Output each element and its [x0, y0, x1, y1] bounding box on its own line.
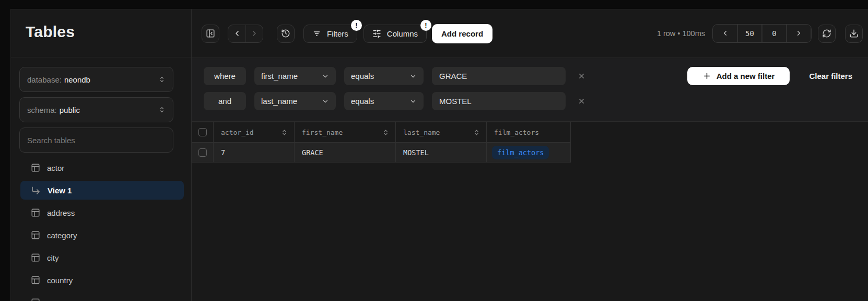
- download-icon: [849, 29, 859, 38]
- sidebar-item-partial[interactable]: [20, 293, 184, 301]
- column-header-label: actor_id: [221, 129, 254, 136]
- sidebar-controls: database: neondb schema: public: [19, 67, 173, 153]
- schema-selector-value: public: [60, 106, 80, 114]
- filter-conjunction: where: [204, 67, 246, 85]
- sidebar-item-label: city: [47, 253, 59, 262]
- filter-operator-select[interactable]: equals: [344, 67, 424, 85]
- schema-selector[interactable]: schema: public: [19, 97, 173, 122]
- sidebar-item-city[interactable]: city: [20, 248, 184, 267]
- chevron-down-icon: [322, 73, 329, 80]
- database-selector-label: database:: [27, 75, 62, 84]
- filter-operator-value: equals: [351, 97, 374, 106]
- page-size-value: 50: [745, 29, 754, 38]
- sidebar-item-label: country: [47, 276, 73, 285]
- chevron-down-icon: [409, 73, 417, 80]
- page-size-field[interactable]: 50: [737, 25, 762, 42]
- sidebar-divider: [11, 57, 191, 57]
- page-offset-field[interactable]: 0: [762, 25, 787, 42]
- row-select-cell: [192, 143, 214, 163]
- chevron-right-icon: [250, 29, 259, 38]
- chevron-down-icon: [409, 98, 417, 105]
- columns-alert-badge: !: [420, 20, 431, 31]
- cell-actor-id[interactable]: 7: [214, 143, 295, 163]
- columns-button-label: Columns: [387, 29, 418, 38]
- column-header-first-name[interactable]: first_name: [295, 122, 396, 143]
- history-nav-group: [228, 25, 263, 43]
- refresh-button[interactable]: [818, 25, 836, 43]
- film-actors-link[interactable]: film_actors: [492, 146, 549, 159]
- table-icon: [31, 253, 40, 262]
- refresh-icon: [822, 29, 831, 38]
- filter-value-input[interactable]: [432, 67, 566, 85]
- filters-button[interactable]: Filters !: [303, 25, 357, 43]
- column-header-last-name[interactable]: last_name: [396, 122, 487, 143]
- unfold-icon: [158, 76, 166, 83]
- chevron-down-icon: [322, 98, 329, 105]
- database-selector[interactable]: database: neondb: [19, 67, 173, 92]
- columns-button[interactable]: Columns !: [363, 25, 427, 43]
- main-panel: Filters ! Columns ! Add record 1 row • 1…: [192, 9, 868, 301]
- toolbar: Filters ! Columns ! Add record 1 row • 1…: [192, 9, 868, 58]
- filter-column-select[interactable]: last_name: [254, 92, 336, 110]
- schema-selector-label: schema:: [27, 106, 57, 114]
- filter-conjunction: and: [204, 92, 246, 110]
- filter-column-value: first_name: [261, 72, 298, 80]
- history-icon: [281, 29, 290, 38]
- plus-icon: [702, 72, 711, 80]
- sort-icon[interactable]: [473, 129, 480, 136]
- search-tables-input[interactable]: [19, 128, 173, 153]
- app-window: Tables database: neondb schema: public: [10, 9, 868, 301]
- filter-operator-value: equals: [351, 72, 374, 80]
- remove-filter-icon[interactable]: [578, 72, 585, 80]
- cell-last-name[interactable]: MOSTEL: [396, 143, 487, 163]
- cell-first-name[interactable]: GRACE: [295, 143, 396, 163]
- filter-column-value: last_name: [261, 97, 297, 106]
- chevron-left-icon: [233, 29, 241, 38]
- chevron-left-icon: [721, 29, 729, 37]
- download-button[interactable]: [845, 25, 863, 43]
- column-header-actor-id[interactable]: actor_id: [214, 122, 295, 143]
- sort-icon[interactable]: [382, 129, 389, 136]
- sidebar-item-category[interactable]: category: [20, 226, 184, 245]
- cell-film-actors: film_actors: [487, 143, 571, 163]
- panel-left-close-icon: [206, 29, 215, 38]
- add-record-button[interactable]: Add record: [432, 24, 492, 43]
- add-filter-button[interactable]: Add a new filter: [687, 67, 790, 85]
- back-button[interactable]: [228, 25, 245, 42]
- column-header-film-actors[interactable]: film_actors: [487, 122, 571, 143]
- sidebar-item-label: View 1: [48, 186, 72, 195]
- remove-filter-icon[interactable]: [578, 97, 585, 105]
- unfold-icon: [158, 106, 166, 113]
- column-header-label: last_name: [403, 129, 440, 136]
- filter-panel: where first_name equals: [192, 58, 868, 122]
- query-history-button[interactable]: [277, 25, 295, 43]
- tables-list: actor View 1 address category: [20, 158, 184, 301]
- sidebar-item-view-1[interactable]: View 1: [20, 181, 184, 200]
- prev-page-button[interactable]: [713, 25, 737, 42]
- filter-operator-select[interactable]: equals: [344, 92, 424, 110]
- filters-button-label: Filters: [327, 29, 348, 38]
- filter-row: and last_name equals: [204, 92, 585, 110]
- collapse-sidebar-button[interactable]: [202, 25, 219, 43]
- sidebar-item-country[interactable]: country: [20, 271, 184, 290]
- sidebar-item-address[interactable]: address: [20, 203, 184, 222]
- filter-icon: [312, 29, 321, 38]
- add-filter-label: Add a new filter: [717, 72, 775, 80]
- filter-column-select[interactable]: first_name: [254, 67, 336, 85]
- database-selector-value: neondb: [64, 75, 90, 84]
- sidebar-item-actor[interactable]: actor: [20, 158, 184, 177]
- data-table: actor_id first_name last_name film_actor…: [192, 122, 571, 163]
- select-all-cell: [192, 122, 214, 143]
- filter-value-input[interactable]: [432, 92, 566, 110]
- row-checkbox[interactable]: [198, 148, 207, 157]
- page-offset-value: 0: [772, 29, 776, 38]
- next-page-button[interactable]: [787, 25, 811, 42]
- sidebar-item-label: actor: [47, 164, 64, 172]
- forward-button[interactable]: [245, 25, 263, 42]
- sort-icon[interactable]: [281, 129, 288, 136]
- table-icon: [31, 208, 40, 217]
- filter-row: where first_name equals: [204, 67, 585, 85]
- clear-filters-button[interactable]: Clear filters: [806, 67, 855, 85]
- select-all-checkbox[interactable]: [198, 128, 207, 136]
- table-icon: [31, 275, 40, 285]
